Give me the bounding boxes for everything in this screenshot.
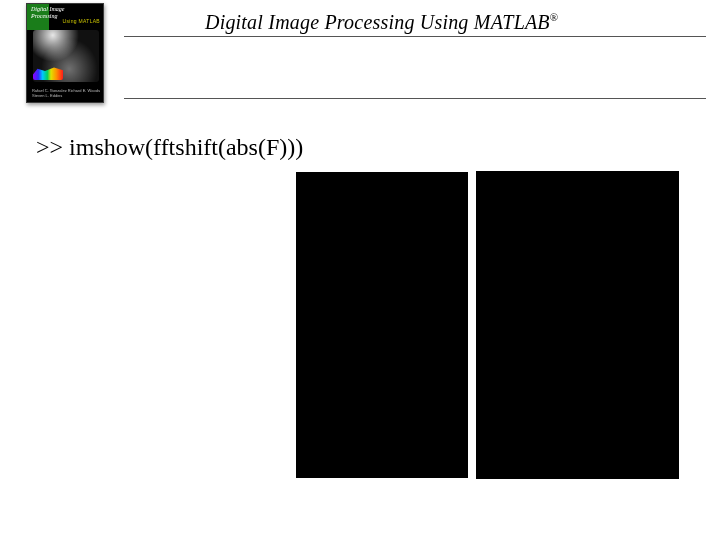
matlab-command: >> imshow(fftshift(abs(F))) xyxy=(36,134,303,161)
output-image-left xyxy=(296,172,468,478)
header-rule-bottom xyxy=(124,98,706,99)
slide: Digital Image Processing Using MATLAB® D… xyxy=(0,0,720,540)
output-image-right xyxy=(476,171,679,479)
page-title: Digital Image Processing Using MATLAB® xyxy=(205,11,558,34)
title-text: Digital Image Processing Using MATLAB xyxy=(205,11,550,33)
book-title: Digital Image Processing xyxy=(31,6,65,20)
registered-mark: ® xyxy=(550,11,559,23)
book-cover: Digital Image Processing Using MATLAB Ra… xyxy=(26,3,104,103)
header-rule-top xyxy=(124,36,706,37)
book-authors: Rafael C. Gonzalez Richard E. Woods Stev… xyxy=(32,88,103,98)
book-subtitle: Using MATLAB xyxy=(63,18,100,24)
